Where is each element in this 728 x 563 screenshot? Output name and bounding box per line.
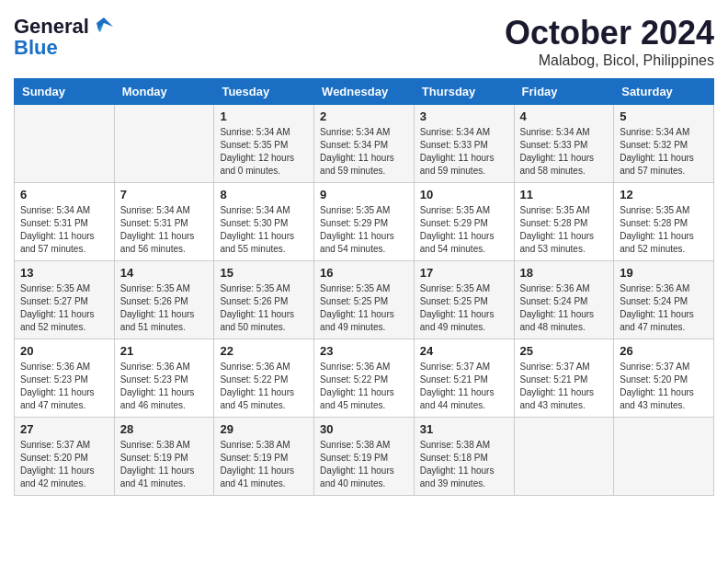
calendar-cell: 17Sunrise: 5:35 AM Sunset: 5:25 PM Dayli… — [414, 261, 514, 339]
location: Malabog, Bicol, Philippines — [505, 52, 714, 69]
weekday-header-monday: Monday — [114, 79, 214, 105]
day-number: 13 — [20, 266, 108, 280]
day-number: 26 — [620, 344, 708, 358]
calendar-cell: 28Sunrise: 5:38 AM Sunset: 5:19 PM Dayli… — [114, 418, 214, 496]
day-info: Sunrise: 5:36 AM Sunset: 5:24 PM Dayligh… — [620, 282, 708, 334]
day-info: Sunrise: 5:35 AM Sunset: 5:28 PM Dayligh… — [520, 204, 609, 256]
day-number: 16 — [320, 266, 408, 280]
day-number: 18 — [520, 266, 609, 280]
day-info: Sunrise: 5:34 AM Sunset: 5:31 PM Dayligh… — [20, 204, 108, 256]
calendar-cell: 9Sunrise: 5:35 AM Sunset: 5:29 PM Daylig… — [314, 183, 415, 261]
day-number: 12 — [620, 188, 708, 201]
title-area: October 2024 Malabog, Bicol, Philippines — [505, 14, 714, 69]
weekday-header-sunday: Sunday — [15, 79, 115, 105]
day-number: 7 — [120, 188, 209, 201]
calendar-cell: 29Sunrise: 5:38 AM Sunset: 5:19 PM Dayli… — [214, 418, 314, 496]
day-number: 2 — [320, 109, 408, 123]
logo: General Blue — [14, 14, 117, 60]
day-info: Sunrise: 5:35 AM Sunset: 5:28 PM Dayligh… — [620, 204, 708, 256]
day-info: Sunrise: 5:35 AM Sunset: 5:26 PM Dayligh… — [220, 282, 308, 334]
calendar-cell: 18Sunrise: 5:36 AM Sunset: 5:24 PM Dayli… — [514, 261, 614, 339]
day-number: 17 — [420, 266, 508, 280]
weekday-header-row: SundayMondayTuesdayWednesdayThursdayFrid… — [15, 79, 714, 105]
day-number: 4 — [520, 109, 609, 123]
day-number: 25 — [520, 344, 609, 358]
calendar-cell: 11Sunrise: 5:35 AM Sunset: 5:28 PM Dayli… — [514, 183, 614, 261]
day-info: Sunrise: 5:36 AM Sunset: 5:22 PM Dayligh… — [220, 361, 308, 412]
day-number: 28 — [120, 422, 209, 436]
calendar-week-row: 13Sunrise: 5:35 AM Sunset: 5:27 PM Dayli… — [15, 261, 714, 339]
calendar-cell: 10Sunrise: 5:35 AM Sunset: 5:29 PM Dayli… — [414, 183, 514, 261]
calendar-cell: 1Sunrise: 5:34 AM Sunset: 5:35 PM Daylig… — [214, 105, 314, 183]
calendar-cell: 24Sunrise: 5:37 AM Sunset: 5:21 PM Dayli… — [414, 339, 514, 418]
weekday-header-friday: Friday — [514, 79, 614, 105]
day-info: Sunrise: 5:37 AM Sunset: 5:21 PM Dayligh… — [420, 361, 508, 412]
calendar-week-row: 27Sunrise: 5:37 AM Sunset: 5:20 PM Dayli… — [15, 418, 714, 496]
day-info: Sunrise: 5:35 AM Sunset: 5:29 PM Dayligh… — [420, 204, 508, 256]
day-number: 27 — [20, 422, 108, 436]
day-number: 19 — [620, 266, 708, 280]
day-info: Sunrise: 5:37 AM Sunset: 5:20 PM Dayligh… — [20, 439, 108, 490]
calendar-cell: 6Sunrise: 5:34 AM Sunset: 5:31 PM Daylig… — [15, 183, 115, 261]
calendar-week-row: 20Sunrise: 5:36 AM Sunset: 5:23 PM Dayli… — [15, 339, 714, 418]
day-number: 3 — [420, 109, 508, 123]
day-number: 31 — [420, 422, 508, 436]
calendar-cell: 25Sunrise: 5:37 AM Sunset: 5:21 PM Dayli… — [514, 339, 614, 418]
svg-marker-0 — [97, 17, 113, 30]
calendar-week-row: 1Sunrise: 5:34 AM Sunset: 5:35 PM Daylig… — [15, 105, 714, 183]
weekday-header-tuesday: Tuesday — [214, 79, 314, 105]
day-number: 5 — [620, 109, 708, 123]
day-info: Sunrise: 5:36 AM Sunset: 5:22 PM Dayligh… — [320, 361, 408, 412]
calendar-cell: 8Sunrise: 5:34 AM Sunset: 5:30 PM Daylig… — [214, 183, 314, 261]
day-number: 9 — [320, 188, 408, 201]
calendar-cell: 13Sunrise: 5:35 AM Sunset: 5:27 PM Dayli… — [15, 261, 115, 339]
calendar-cell: 12Sunrise: 5:35 AM Sunset: 5:28 PM Dayli… — [614, 183, 714, 261]
calendar-cell: 26Sunrise: 5:37 AM Sunset: 5:20 PM Dayli… — [614, 339, 714, 418]
day-number: 24 — [420, 344, 508, 358]
calendar-cell — [514, 418, 614, 496]
calendar-cell: 2Sunrise: 5:34 AM Sunset: 5:34 PM Daylig… — [314, 105, 415, 183]
weekday-header-thursday: Thursday — [414, 79, 514, 105]
month-title: October 2024 — [505, 14, 714, 52]
calendar-cell: 5Sunrise: 5:34 AM Sunset: 5:32 PM Daylig… — [614, 105, 714, 183]
day-info: Sunrise: 5:34 AM Sunset: 5:30 PM Dayligh… — [220, 204, 308, 256]
day-number: 21 — [120, 344, 209, 358]
day-info: Sunrise: 5:36 AM Sunset: 5:23 PM Dayligh… — [20, 361, 108, 412]
day-number: 1 — [220, 109, 308, 123]
day-info: Sunrise: 5:38 AM Sunset: 5:19 PM Dayligh… — [120, 439, 209, 490]
day-info: Sunrise: 5:36 AM Sunset: 5:24 PM Dayligh… — [520, 282, 609, 334]
page-header: General Blue October 2024 Malabog, Bicol… — [14, 14, 714, 69]
calendar-cell: 7Sunrise: 5:34 AM Sunset: 5:31 PM Daylig… — [114, 183, 214, 261]
day-info: Sunrise: 5:35 AM Sunset: 5:27 PM Dayligh… — [20, 282, 108, 334]
day-info: Sunrise: 5:35 AM Sunset: 5:26 PM Dayligh… — [120, 282, 209, 334]
day-number: 8 — [220, 188, 308, 201]
day-number: 23 — [320, 344, 408, 358]
day-info: Sunrise: 5:37 AM Sunset: 5:21 PM Dayligh… — [520, 361, 609, 412]
calendar-cell — [114, 105, 214, 183]
calendar-cell: 19Sunrise: 5:36 AM Sunset: 5:24 PM Dayli… — [614, 261, 714, 339]
calendar-cell — [15, 105, 115, 183]
day-number: 20 — [20, 344, 108, 358]
day-info: Sunrise: 5:37 AM Sunset: 5:20 PM Dayligh… — [620, 361, 708, 412]
day-info: Sunrise: 5:35 AM Sunset: 5:25 PM Dayligh… — [320, 282, 408, 334]
day-number: 11 — [520, 188, 609, 201]
calendar-cell: 23Sunrise: 5:36 AM Sunset: 5:22 PM Dayli… — [314, 339, 415, 418]
calendar-cell: 31Sunrise: 5:38 AM Sunset: 5:18 PM Dayli… — [414, 418, 514, 496]
day-info: Sunrise: 5:34 AM Sunset: 5:32 PM Dayligh… — [620, 126, 708, 178]
day-info: Sunrise: 5:35 AM Sunset: 5:25 PM Dayligh… — [420, 282, 508, 334]
calendar-cell — [614, 418, 714, 496]
calendar-cell: 20Sunrise: 5:36 AM Sunset: 5:23 PM Dayli… — [15, 339, 115, 418]
calendar-cell: 3Sunrise: 5:34 AM Sunset: 5:33 PM Daylig… — [414, 105, 514, 183]
day-info: Sunrise: 5:38 AM Sunset: 5:19 PM Dayligh… — [320, 439, 408, 490]
day-number: 30 — [320, 422, 408, 436]
calendar-table: SundayMondayTuesdayWednesdayThursdayFrid… — [14, 78, 714, 496]
day-number: 6 — [20, 188, 108, 201]
day-number: 22 — [220, 344, 308, 358]
day-info: Sunrise: 5:38 AM Sunset: 5:19 PM Dayligh… — [220, 439, 308, 490]
calendar-cell: 27Sunrise: 5:37 AM Sunset: 5:20 PM Dayli… — [15, 418, 115, 496]
day-info: Sunrise: 5:34 AM Sunset: 5:31 PM Dayligh… — [120, 204, 209, 256]
day-number: 14 — [120, 266, 209, 280]
weekday-header-wednesday: Wednesday — [314, 79, 415, 105]
weekday-header-saturday: Saturday — [614, 79, 714, 105]
calendar-cell: 21Sunrise: 5:36 AM Sunset: 5:23 PM Dayli… — [114, 339, 214, 418]
